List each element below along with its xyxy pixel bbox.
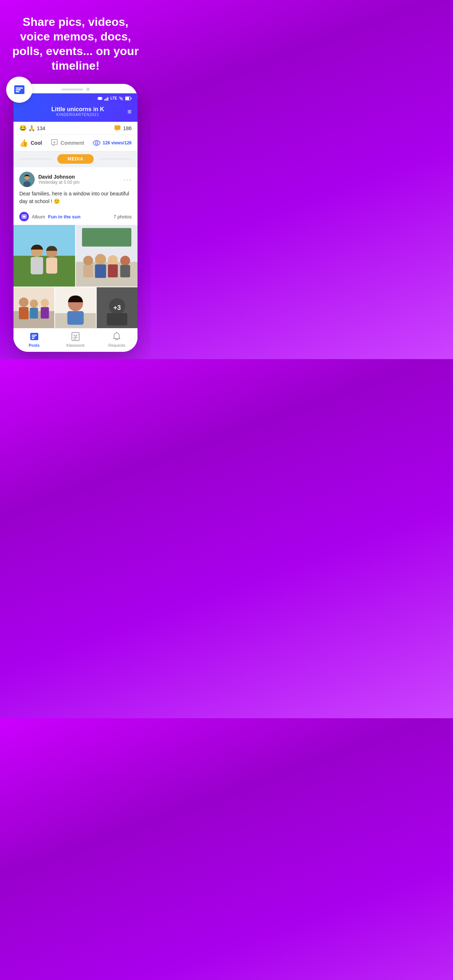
lte-label: LTE: [110, 96, 117, 100]
svg-point-35: [95, 254, 106, 265]
post-author: David Johnson Yesterday at 5:00 pm: [19, 172, 80, 187]
nav-requests-icon: [112, 331, 122, 342]
photo-4[interactable]: [55, 287, 96, 328]
svg-rect-23: [13, 225, 75, 256]
photo-4-svg: [55, 287, 96, 328]
thumbs-up-icon: 👍: [19, 138, 29, 147]
svg-rect-7: [104, 99, 105, 100]
notch-dot: [86, 88, 90, 91]
photo-2-svg: [76, 225, 137, 286]
svg-point-37: [108, 255, 118, 265]
svg-rect-38: [108, 264, 118, 277]
requests-nav-svg: [112, 331, 122, 342]
nav-posts-label: Posts: [29, 343, 40, 347]
signal-icon: [104, 96, 109, 101]
class-subtitle: KINDERGARTEN2021: [28, 113, 127, 117]
svg-rect-8: [105, 99, 106, 100]
views-label: 126 views/126: [103, 140, 132, 145]
album-row: Album Fun in the sun 7 photos: [13, 210, 137, 225]
post-more-button[interactable]: ···: [123, 175, 132, 184]
svg-rect-34: [83, 265, 93, 277]
app-icon-badge: [6, 76, 32, 103]
svg-point-45: [30, 300, 38, 308]
nav-klasswork-label: Klasswork: [66, 343, 85, 347]
album-icon: [19, 212, 29, 221]
phone-mockup: 5:37 LTE: [13, 84, 137, 352]
svg-rect-52: [67, 311, 84, 325]
svg-rect-13: [126, 97, 129, 100]
svg-rect-5: [97, 97, 98, 100]
comments-count: 186: [123, 126, 132, 131]
svg-rect-10: [108, 97, 108, 100]
reactions-row: 😂 🙏 134 186: [13, 122, 137, 135]
svg-rect-3: [16, 91, 19, 92]
app-header: Little unicorns in K KINDERGARTEN2021 ≡: [13, 103, 137, 122]
photo-3[interactable]: [13, 287, 54, 328]
eye-icon: [93, 140, 100, 146]
views-button[interactable]: 126 views/126: [93, 140, 132, 146]
author-avatar: [19, 172, 35, 187]
media-tab-row: MEDIA: [13, 151, 137, 167]
cool-button[interactable]: 👍 Cool: [19, 138, 42, 147]
nav-klasswork[interactable]: Klasswork: [63, 331, 88, 347]
status-icons: LTE: [97, 96, 132, 101]
nav-requests-label: Requests: [108, 343, 125, 347]
class-name: Little unicorns in K: [28, 106, 127, 113]
bottom-nav: Posts Klasswork: [13, 328, 137, 352]
status-bar: 5:37 LTE: [13, 93, 137, 103]
svg-rect-14: [131, 98, 132, 99]
reaction-emoji-pray: 🙏: [28, 125, 35, 132]
album-left: Album Fun in the sun: [19, 212, 81, 221]
photo-grid-top: [13, 225, 137, 286]
photo-5[interactable]: +3: [97, 287, 137, 328]
reactions-count: 134: [37, 126, 45, 131]
comment-bubble-icon: [114, 125, 121, 132]
album-name[interactable]: Fun in the sun: [48, 214, 81, 220]
album-svg-icon: [21, 214, 27, 220]
photo-overlay: +3: [97, 287, 137, 328]
svg-rect-59: [32, 338, 34, 339]
posts-nav-svg: [29, 331, 39, 342]
media-tab-button[interactable]: MEDIA: [57, 154, 94, 164]
svg-point-43: [19, 298, 29, 307]
post-card: David Johnson Yesterday at 5:00 pm ··· D…: [13, 167, 137, 328]
photo-grid-bottom: +3: [13, 287, 137, 328]
posts-icon: [13, 83, 26, 96]
klasswork-nav-svg: [70, 331, 81, 342]
battery-icon: [125, 96, 132, 100]
svg-rect-2: [16, 89, 21, 91]
phone-frame: 5:37 LTE: [13, 84, 137, 352]
nav-posts[interactable]: Posts: [22, 331, 47, 347]
svg-rect-48: [41, 307, 49, 319]
photo-3-svg: [13, 287, 54, 328]
notch-bar: [61, 89, 83, 91]
svg-point-33: [83, 256, 93, 266]
svg-point-47: [41, 299, 49, 307]
vibrate-icon: [97, 96, 102, 101]
menu-button[interactable]: ≡: [127, 108, 132, 115]
avatar-svg: [19, 172, 35, 187]
photo-2[interactable]: [76, 225, 137, 286]
svg-rect-36: [95, 264, 106, 278]
comment-button[interactable]: Comment: [50, 139, 84, 147]
cool-label: Cool: [30, 140, 42, 146]
svg-rect-4: [98, 97, 102, 100]
nav-requests[interactable]: Requests: [104, 331, 129, 347]
svg-point-17: [95, 142, 98, 145]
photo-1-bg: [13, 225, 75, 286]
photo-1[interactable]: [13, 225, 75, 286]
author-name: David Johnson: [38, 174, 80, 180]
svg-point-39: [120, 256, 130, 266]
nav-klasswork-icon: [70, 331, 81, 342]
post-text: Dear families, here is a window into our…: [13, 190, 137, 210]
author-info: David Johnson Yesterday at 5:00 pm: [38, 174, 80, 185]
comments-right: 186: [114, 125, 132, 132]
comment-add-icon: [50, 139, 58, 147]
svg-rect-58: [32, 337, 35, 337]
reaction-emoji-laugh: 😂: [19, 125, 27, 132]
post-header: David Johnson Yesterday at 5:00 pm ···: [13, 167, 137, 190]
svg-rect-44: [19, 307, 29, 320]
header-center: Little unicorns in K KINDERGARTEN2021: [28, 106, 127, 117]
comment-label: Comment: [61, 140, 84, 146]
svg-rect-6: [102, 97, 102, 100]
